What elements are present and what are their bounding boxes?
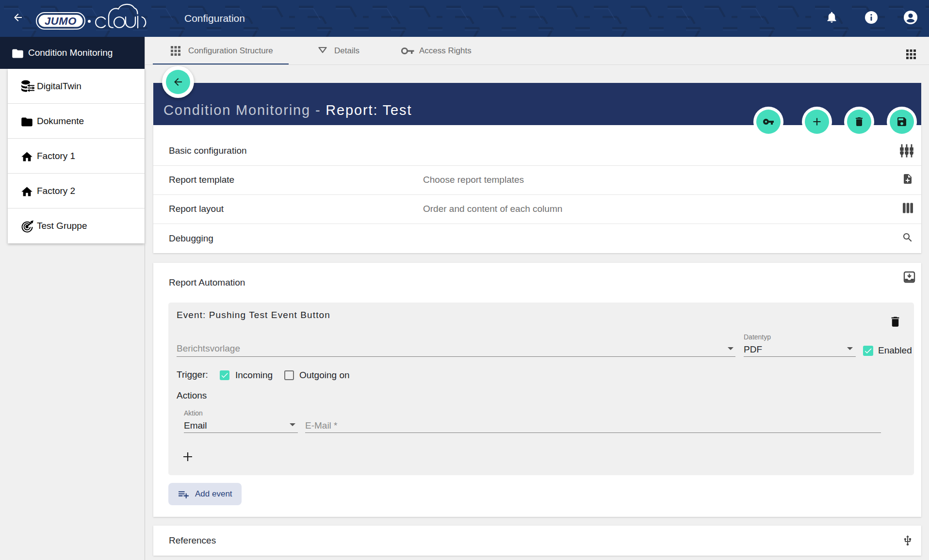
svg-text:JUMO: JUMO	[45, 15, 77, 27]
